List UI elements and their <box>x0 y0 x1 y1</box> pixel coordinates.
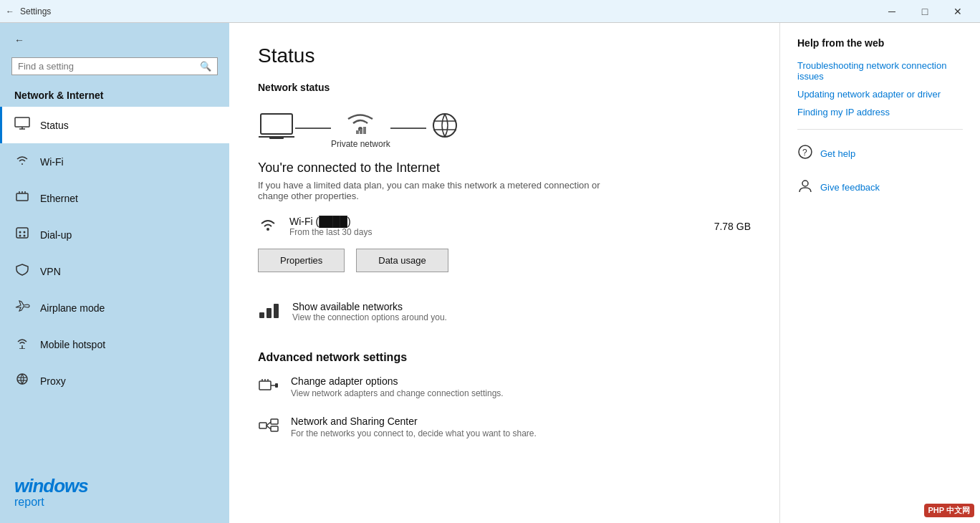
svg-rect-22 <box>360 129 362 134</box>
show-networks-icon <box>258 299 281 324</box>
help-link-troubleshoot[interactable]: Troubleshooting network connection issue… <box>797 60 963 82</box>
feedback-label[interactable]: Give feedback <box>820 182 880 193</box>
show-networks-sub: View the connection options around you. <box>292 312 447 322</box>
wifi-icon <box>14 153 30 170</box>
sidebar-item-status[interactable]: Status <box>0 107 229 143</box>
maximize-button[interactable]: □ <box>908 0 941 23</box>
get-help-label[interactable]: Get help <box>820 148 855 159</box>
svg-point-11 <box>24 235 26 237</box>
sidebar-item-label-ethernet: Ethernet <box>40 193 78 204</box>
sidebar-item-ethernet[interactable]: Ethernet <box>0 180 229 216</box>
sidebar-item-airplane[interactable]: Airplane mode <box>0 289 229 326</box>
sidebar-item-label-hotspot: Mobile hotspot <box>40 339 105 350</box>
advanced-title: Advanced network settings <box>258 351 751 364</box>
svg-rect-23 <box>363 127 366 134</box>
svg-rect-38 <box>271 419 278 424</box>
search-box[interactable]: 🔍 <box>11 57 218 75</box>
svg-text:?: ? <box>802 148 807 158</box>
sharing-title: Network and Sharing Center <box>291 416 537 427</box>
page-title: Status <box>258 44 751 67</box>
adapter-icon <box>258 375 279 398</box>
titlebar-controls: ─ □ ✕ <box>875 0 974 23</box>
laptop-icon <box>258 111 295 146</box>
sidebar-item-proxy[interactable]: Proxy <box>0 363 229 399</box>
svg-rect-0 <box>15 117 29 127</box>
svg-rect-29 <box>266 308 272 318</box>
feedback-action[interactable]: Give feedback <box>797 178 963 197</box>
sidebar-item-label-vpn: VPN <box>40 266 61 277</box>
svg-point-27 <box>266 228 269 231</box>
app-title: Settings <box>20 6 51 16</box>
data-usage-button[interactable]: Data usage <box>356 249 448 272</box>
svg-line-40 <box>266 422 271 426</box>
hotspot-icon <box>14 336 30 352</box>
advanced-item-adapter[interactable]: Change adapter options View network adap… <box>258 375 751 398</box>
get-help-action[interactable]: ? Get help <box>797 144 963 163</box>
main-content: Status Network status <box>229 23 779 523</box>
sidebar-item-dialup[interactable]: Dial-up <box>0 216 229 253</box>
network-label: Private network <box>331 139 390 149</box>
sidebar-item-vpn[interactable]: VPN <box>0 253 229 289</box>
sidebar: ← 🔍 Network & Internet Status <box>0 23 229 523</box>
sidebar-item-wifi[interactable]: Wi-Fi <box>0 143 229 180</box>
status-icon <box>14 117 30 133</box>
divider <box>797 129 963 130</box>
php-badge: PHP 中文网 <box>924 504 974 517</box>
right-panel: Help from the web Troubleshooting networ… <box>779 23 980 523</box>
svg-rect-30 <box>274 304 279 318</box>
help-link-ip[interactable]: Finding my IP address <box>797 107 963 117</box>
help-link-adapter[interactable]: Updating network adapter or driver <box>797 89 963 100</box>
windows-logo: windows <box>14 475 88 497</box>
help-title: Help from the web <box>797 37 963 49</box>
get-help-icon: ? <box>797 144 813 163</box>
svg-rect-37 <box>259 423 266 428</box>
close-button[interactable]: ✕ <box>941 0 974 23</box>
wifi-name: Wi-Fi (████) <box>289 216 703 227</box>
svg-rect-31 <box>259 381 271 390</box>
properties-button[interactable]: Properties <box>258 249 345 272</box>
network-diagram: Private network <box>258 107 751 149</box>
wifi-center: Private network <box>331 107 390 149</box>
feedback-icon <box>797 178 813 197</box>
airplane-icon <box>14 299 30 316</box>
sidebar-item-label-airplane: Airplane mode <box>40 302 105 314</box>
show-networks-title: Show available networks <box>292 301 447 312</box>
sidebar-footer: windows report <box>0 461 229 523</box>
sidebar-item-label-proxy: Proxy <box>40 375 66 387</box>
wifi-sub: From the last 30 days <box>289 227 703 237</box>
sidebar-section-title: Network & Internet <box>0 84 229 107</box>
svg-rect-7 <box>16 228 28 238</box>
svg-point-14 <box>17 374 27 384</box>
globe-icon <box>426 111 463 146</box>
svg-rect-21 <box>356 130 359 134</box>
svg-point-9 <box>24 231 26 234</box>
sidebar-item-hotspot[interactable]: Mobile hotspot <box>0 326 229 363</box>
show-networks[interactable]: Show available networks View the connect… <box>258 294 751 330</box>
adapter-title: Change adapter options <box>291 375 504 387</box>
advanced-item-sharing[interactable]: Network and Sharing Center For the netwo… <box>258 416 751 438</box>
titlebar: ← Settings ─ □ ✕ <box>0 0 980 23</box>
adapter-sub: View network adapters and change connect… <box>291 388 504 398</box>
svg-rect-33 <box>275 383 278 388</box>
back-arrow-icon: ← <box>14 34 24 46</box>
search-icon: 🔍 <box>200 61 211 72</box>
back-button[interactable]: ← <box>0 23 229 57</box>
svg-rect-3 <box>16 193 28 201</box>
sharing-sub: For the networks you connect to, decide … <box>291 428 537 438</box>
network-status-title: Network status <box>258 82 751 93</box>
line1 <box>295 128 331 129</box>
svg-point-10 <box>19 235 21 237</box>
search-input[interactable] <box>18 61 200 72</box>
svg-rect-28 <box>259 312 264 318</box>
minimize-button[interactable]: ─ <box>875 0 908 23</box>
svg-point-24 <box>433 114 456 137</box>
advanced-item-adapter-text: Change adapter options View network adap… <box>291 375 504 398</box>
proxy-icon <box>14 373 30 389</box>
button-row: Properties Data usage <box>258 249 751 272</box>
titlebar-left: ← Settings <box>6 6 51 16</box>
sidebar-item-label-dialup: Dial-up <box>40 229 72 241</box>
svg-line-41 <box>266 426 271 429</box>
back-icon: ← <box>6 6 14 16</box>
svg-rect-19 <box>269 137 284 139</box>
advanced-item-sharing-text: Network and Sharing Center For the netwo… <box>291 416 537 438</box>
